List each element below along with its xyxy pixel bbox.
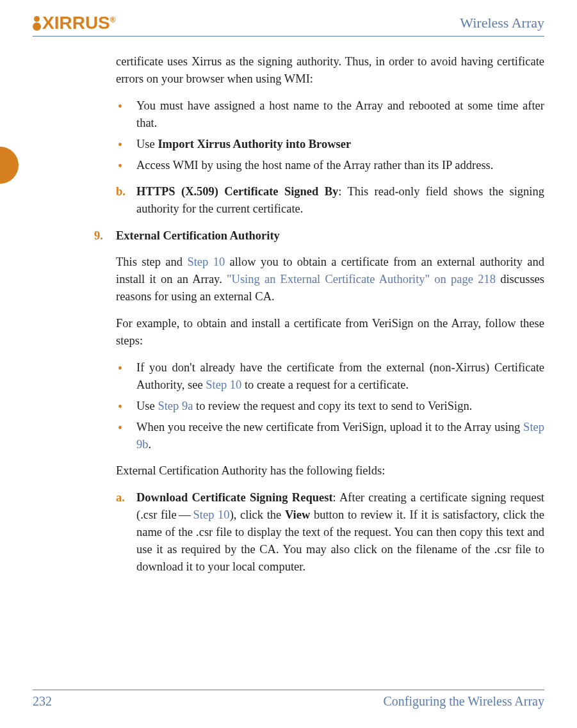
link-step9a[interactable]: Step 9a: [158, 400, 193, 412]
link-step10-b[interactable]: Step 10: [206, 378, 241, 391]
step-9: 9. External Certification Authority This…: [94, 227, 544, 585]
list-item: When you receive the new certificate fro…: [116, 419, 544, 453]
list-item: Use Import Xirrus Authority into Browser: [116, 136, 544, 153]
logo-text: XIRRUS®: [42, 13, 116, 33]
sub-item-a: a. Download Certificate Signing Request:…: [116, 489, 544, 576]
bullet-list-1: You must have assigned a host name to th…: [116, 97, 544, 174]
list-item: Use Step 9a to review the request and co…: [116, 398, 544, 415]
page-footer: 232 Configuring the Wireless Array: [33, 690, 544, 709]
bullet-list-2: If you don't already have the certificat…: [116, 359, 544, 453]
link-step10[interactable]: Step 10: [187, 255, 225, 268]
page-header: XIRRUS® Wireless Array: [33, 13, 544, 36]
footer-section: Configuring the Wireless Array: [383, 694, 544, 709]
page-number: 232: [33, 694, 52, 709]
step-9-p3: External Certification Authority has the…: [116, 462, 544, 480]
list-item: Access WMI by using the host name of the…: [116, 157, 544, 174]
logo-icon: [33, 16, 41, 31]
step-9-p2: For example, to obtain and install a cer…: [116, 315, 544, 350]
link-step10-c[interactable]: Step 10: [193, 508, 230, 521]
step-9-title: External Certification Authority: [116, 227, 544, 245]
sub-body-b: HTTPS (X.509) Certificate Signed By: Thi…: [136, 183, 544, 218]
link-external-cert-authority[interactable]: "Using an External Certificate Authority…: [227, 273, 496, 286]
intro-paragraph: certificate uses Xirrus as the signing a…: [116, 53, 544, 88]
sub-body-a: Download Certificate Signing Request: Af…: [136, 489, 544, 576]
sub-item-b: b. HTTPS (X.509) Certificate Signed By: …: [116, 183, 544, 218]
sub-label-b: b.: [116, 183, 136, 218]
sub-label-a: a.: [116, 489, 136, 576]
xirrus-logo: XIRRUS®: [33, 13, 116, 33]
side-tab-icon: [0, 147, 19, 184]
step-9-p1: This step and Step 10 allow you to obtai…: [116, 254, 544, 305]
step-9-label: 9.: [94, 227, 116, 585]
header-title: Wireless Array: [460, 15, 544, 31]
list-item: You must have assigned a host name to th…: [116, 97, 544, 132]
list-item: If you don't already have the certificat…: [116, 359, 544, 394]
body-content: certificate uses Xirrus as the signing a…: [33, 53, 544, 585]
